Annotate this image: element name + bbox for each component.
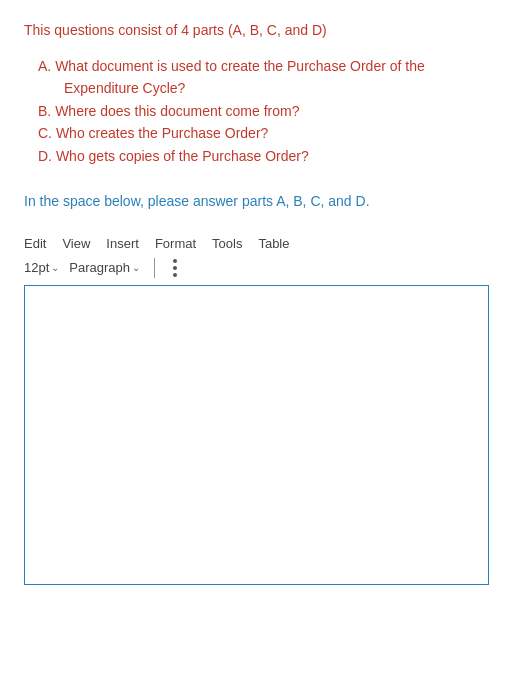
question-list: A. What document is used to create the P…: [24, 55, 489, 167]
question-a-continuation: Expenditure Cycle?: [38, 77, 185, 99]
paragraph-value: Paragraph: [69, 260, 130, 275]
menu-tools[interactable]: Tools: [212, 236, 242, 251]
instruction-text: In the space below, please answer parts …: [24, 191, 489, 212]
question-a-label: A.: [38, 58, 55, 74]
more-dot-2: [173, 266, 177, 270]
editor-format-bar: 12pt ⌄ Paragraph ⌄: [24, 257, 489, 279]
more-dot-1: [173, 259, 177, 263]
question-a: A. What document is used to create the P…: [34, 55, 489, 100]
intro-text: This questions consist of 4 parts (A, B,…: [24, 20, 489, 41]
answer-editor[interactable]: [24, 285, 489, 585]
font-size-value: 12pt: [24, 260, 49, 275]
question-d: D. Who gets copies of the Purchase Order…: [34, 145, 489, 167]
question-d-text: Who gets copies of the Purchase Order?: [56, 148, 309, 164]
menu-format[interactable]: Format: [155, 236, 196, 251]
editor-container: Edit View Insert Format Tools Table 12pt…: [24, 236, 489, 585]
question-c-label: C.: [38, 125, 56, 141]
question-c: C. Who creates the Purchase Order?: [34, 122, 489, 144]
font-size-select[interactable]: 12pt ⌄: [24, 260, 59, 275]
question-a-text: What document is used to create the Purc…: [55, 58, 425, 74]
question-b: B. Where does this document come from?: [34, 100, 489, 122]
toolbar-divider: [154, 258, 155, 278]
question-b-text: Where does this document come from?: [55, 103, 299, 119]
question-b-label: B.: [38, 103, 55, 119]
paragraph-chevron-icon: ⌄: [132, 262, 140, 273]
font-size-chevron-icon: ⌄: [51, 262, 59, 273]
menu-insert[interactable]: Insert: [106, 236, 139, 251]
editor-menu-bar: Edit View Insert Format Tools Table: [24, 236, 489, 251]
question-c-text: Who creates the Purchase Order?: [56, 125, 268, 141]
menu-table[interactable]: Table: [258, 236, 289, 251]
question-d-label: D.: [38, 148, 56, 164]
menu-edit[interactable]: Edit: [24, 236, 46, 251]
more-options-button[interactable]: [169, 257, 181, 279]
menu-view[interactable]: View: [62, 236, 90, 251]
paragraph-select[interactable]: Paragraph ⌄: [69, 260, 140, 275]
more-dot-3: [173, 273, 177, 277]
